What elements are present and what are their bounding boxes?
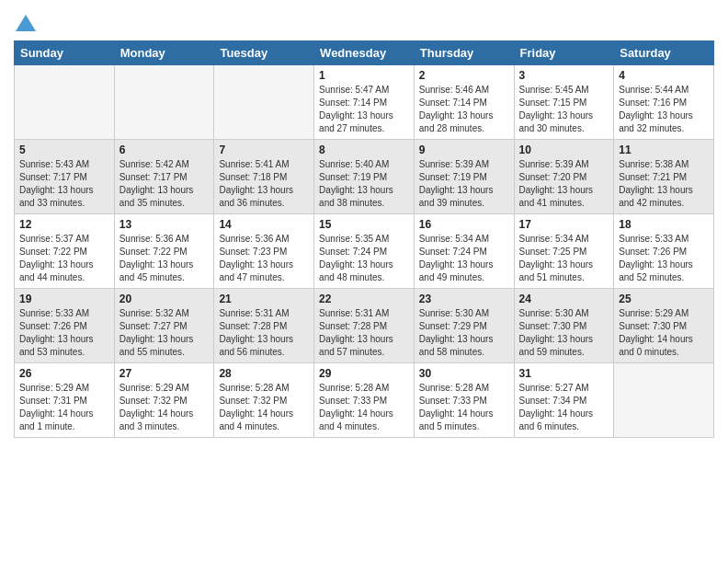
calendar-cell: 4Sunrise: 5:44 AM Sunset: 7:16 PM Daylig…	[614, 65, 714, 140]
calendar-cell: 10Sunrise: 5:39 AM Sunset: 7:20 PM Dayli…	[514, 140, 614, 214]
day-number: 21	[219, 293, 309, 305]
day-info: Sunrise: 5:28 AM Sunset: 7:33 PM Dayligh…	[319, 382, 409, 433]
calendar-cell: 21Sunrise: 5:31 AM Sunset: 7:28 PM Dayli…	[214, 289, 314, 363]
calendar-cell: 25Sunrise: 5:29 AM Sunset: 7:30 PM Dayli…	[614, 289, 714, 363]
day-info: Sunrise: 5:27 AM Sunset: 7:34 PM Dayligh…	[519, 382, 609, 433]
calendar-week-row: 19Sunrise: 5:33 AM Sunset: 7:26 PM Dayli…	[15, 289, 714, 363]
weekday-header: Sunday	[15, 41, 115, 65]
weekday-header: Thursday	[414, 41, 514, 65]
calendar-cell: 17Sunrise: 5:34 AM Sunset: 7:25 PM Dayli…	[514, 214, 614, 289]
calendar-cell	[114, 65, 214, 140]
day-number: 11	[619, 144, 709, 156]
calendar-cell: 26Sunrise: 5:29 AM Sunset: 7:31 PM Dayli…	[15, 363, 115, 438]
day-number: 6	[119, 144, 210, 156]
day-number: 23	[419, 293, 509, 305]
day-number: 1	[319, 69, 409, 82]
day-info: Sunrise: 5:45 AM Sunset: 7:15 PM Dayligh…	[519, 84, 609, 135]
day-number: 15	[319, 218, 409, 231]
day-info: Sunrise: 5:28 AM Sunset: 7:32 PM Dayligh…	[219, 382, 309, 433]
calendar-cell: 12Sunrise: 5:37 AM Sunset: 7:22 PM Dayli…	[15, 214, 115, 289]
day-number: 31	[519, 367, 609, 380]
day-number: 25	[619, 293, 709, 305]
day-number: 28	[219, 367, 309, 380]
day-info: Sunrise: 5:39 AM Sunset: 7:20 PM Dayligh…	[519, 158, 609, 210]
calendar-cell: 14Sunrise: 5:36 AM Sunset: 7:23 PM Dayli…	[214, 214, 314, 289]
calendar-cell: 19Sunrise: 5:33 AM Sunset: 7:26 PM Dayli…	[15, 289, 115, 363]
calendar-cell: 2Sunrise: 5:46 AM Sunset: 7:14 PM Daylig…	[414, 65, 514, 140]
page-container: SundayMondayTuesdayWednesdayThursdayFrid…	[0, 0, 728, 447]
day-info: Sunrise: 5:34 AM Sunset: 7:24 PM Dayligh…	[419, 233, 509, 284]
weekday-header: Monday	[114, 41, 214, 65]
weekday-header-row: SundayMondayTuesdayWednesdayThursdayFrid…	[15, 41, 714, 65]
day-number: 13	[119, 218, 210, 231]
header	[14, 9, 714, 35]
day-info: Sunrise: 5:30 AM Sunset: 7:29 PM Dayligh…	[419, 307, 509, 359]
calendar-cell	[214, 65, 314, 140]
calendar-cell: 30Sunrise: 5:28 AM Sunset: 7:33 PM Dayli…	[414, 363, 514, 438]
day-number: 16	[419, 218, 509, 231]
day-info: Sunrise: 5:35 AM Sunset: 7:24 PM Dayligh…	[319, 233, 409, 284]
day-info: Sunrise: 5:33 AM Sunset: 7:26 PM Dayligh…	[19, 307, 109, 359]
weekday-header: Tuesday	[214, 41, 314, 65]
day-info: Sunrise: 5:37 AM Sunset: 7:22 PM Dayligh…	[19, 233, 109, 284]
calendar-cell: 11Sunrise: 5:38 AM Sunset: 7:21 PM Dayli…	[614, 140, 714, 214]
day-number: 19	[19, 293, 109, 305]
calendar-table: SundayMondayTuesdayWednesdayThursdayFrid…	[14, 40, 714, 438]
day-number: 29	[319, 367, 409, 380]
day-number: 7	[219, 144, 309, 156]
day-number: 17	[519, 218, 609, 231]
calendar-cell: 16Sunrise: 5:34 AM Sunset: 7:24 PM Dayli…	[414, 214, 514, 289]
day-info: Sunrise: 5:32 AM Sunset: 7:27 PM Dayligh…	[119, 307, 210, 359]
calendar-cell: 29Sunrise: 5:28 AM Sunset: 7:33 PM Dayli…	[314, 363, 415, 438]
calendar-cell	[15, 65, 115, 140]
calendar-cell: 28Sunrise: 5:28 AM Sunset: 7:32 PM Dayli…	[214, 363, 314, 438]
day-number: 10	[519, 144, 609, 156]
calendar-cell: 1Sunrise: 5:47 AM Sunset: 7:14 PM Daylig…	[314, 65, 415, 140]
calendar-cell: 18Sunrise: 5:33 AM Sunset: 7:26 PM Dayli…	[614, 214, 714, 289]
day-info: Sunrise: 5:38 AM Sunset: 7:21 PM Dayligh…	[619, 158, 709, 210]
calendar-cell: 5Sunrise: 5:43 AM Sunset: 7:17 PM Daylig…	[15, 140, 115, 214]
logo	[14, 13, 36, 35]
day-info: Sunrise: 5:29 AM Sunset: 7:32 PM Dayligh…	[119, 382, 210, 433]
day-number: 20	[119, 293, 210, 305]
calendar-cell: 13Sunrise: 5:36 AM Sunset: 7:22 PM Dayli…	[114, 214, 214, 289]
weekday-header: Wednesday	[314, 41, 415, 65]
calendar-week-row: 1Sunrise: 5:47 AM Sunset: 7:14 PM Daylig…	[15, 65, 714, 140]
calendar-week-row: 5Sunrise: 5:43 AM Sunset: 7:17 PM Daylig…	[15, 140, 714, 214]
day-info: Sunrise: 5:34 AM Sunset: 7:25 PM Dayligh…	[519, 233, 609, 284]
logo-icon	[16, 13, 36, 37]
day-number: 5	[19, 144, 109, 156]
day-info: Sunrise: 5:28 AM Sunset: 7:33 PM Dayligh…	[419, 382, 509, 433]
svg-marker-0	[16, 15, 36, 31]
day-info: Sunrise: 5:44 AM Sunset: 7:16 PM Dayligh…	[619, 84, 709, 135]
day-number: 26	[19, 367, 109, 380]
day-info: Sunrise: 5:29 AM Sunset: 7:30 PM Dayligh…	[619, 307, 709, 359]
day-number: 4	[619, 69, 709, 82]
day-info: Sunrise: 5:41 AM Sunset: 7:18 PM Dayligh…	[219, 158, 309, 210]
day-info: Sunrise: 5:43 AM Sunset: 7:17 PM Dayligh…	[19, 158, 109, 210]
day-info: Sunrise: 5:40 AM Sunset: 7:19 PM Dayligh…	[319, 158, 409, 210]
calendar-cell: 6Sunrise: 5:42 AM Sunset: 7:17 PM Daylig…	[114, 140, 214, 214]
calendar-cell: 9Sunrise: 5:39 AM Sunset: 7:19 PM Daylig…	[414, 140, 514, 214]
day-number: 30	[419, 367, 509, 380]
calendar-cell: 7Sunrise: 5:41 AM Sunset: 7:18 PM Daylig…	[214, 140, 314, 214]
calendar-cell: 23Sunrise: 5:30 AM Sunset: 7:29 PM Dayli…	[414, 289, 514, 363]
day-info: Sunrise: 5:36 AM Sunset: 7:22 PM Dayligh…	[119, 233, 210, 284]
calendar-cell: 24Sunrise: 5:30 AM Sunset: 7:30 PM Dayli…	[514, 289, 614, 363]
day-number: 14	[219, 218, 309, 231]
calendar-cell: 8Sunrise: 5:40 AM Sunset: 7:19 PM Daylig…	[314, 140, 415, 214]
day-info: Sunrise: 5:36 AM Sunset: 7:23 PM Dayligh…	[219, 233, 309, 284]
calendar-cell	[614, 363, 714, 438]
day-number: 18	[619, 218, 709, 231]
day-info: Sunrise: 5:42 AM Sunset: 7:17 PM Dayligh…	[119, 158, 210, 210]
day-info: Sunrise: 5:39 AM Sunset: 7:19 PM Dayligh…	[419, 158, 509, 210]
day-number: 2	[419, 69, 509, 82]
calendar-cell: 22Sunrise: 5:31 AM Sunset: 7:28 PM Dayli…	[314, 289, 415, 363]
calendar-cell: 15Sunrise: 5:35 AM Sunset: 7:24 PM Dayli…	[314, 214, 415, 289]
calendar-cell: 20Sunrise: 5:32 AM Sunset: 7:27 PM Dayli…	[114, 289, 214, 363]
weekday-header: Saturday	[614, 41, 714, 65]
day-number: 22	[319, 293, 409, 305]
day-number: 12	[19, 218, 109, 231]
calendar-week-row: 12Sunrise: 5:37 AM Sunset: 7:22 PM Dayli…	[15, 214, 714, 289]
day-info: Sunrise: 5:30 AM Sunset: 7:30 PM Dayligh…	[519, 307, 609, 359]
